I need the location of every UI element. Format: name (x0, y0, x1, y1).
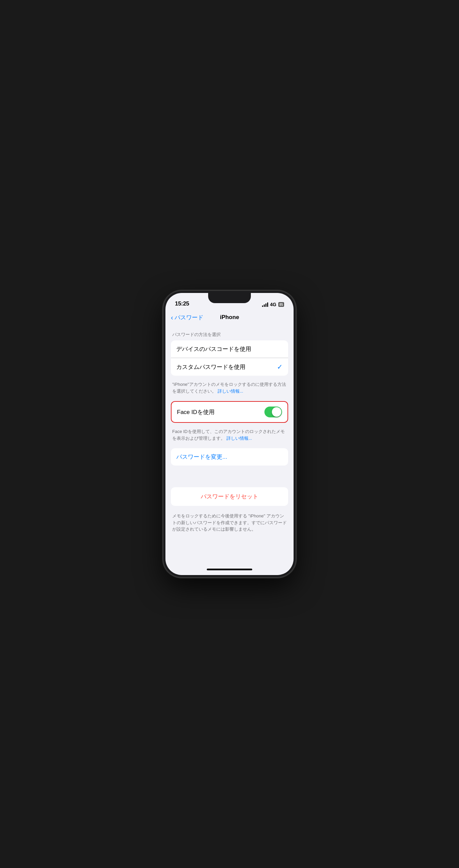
reset-password-section: パスワードをリセット (171, 487, 288, 506)
face-id-section: Face IDを使用 (171, 401, 288, 423)
page-title: iPhone (220, 314, 239, 321)
section1-label: パスワードの方法を選択 (165, 332, 294, 340)
spacer (165, 476, 294, 487)
notch (208, 293, 251, 303)
status-icons: 4G 85 (262, 302, 284, 307)
face-id-description: Face IDを使用して、このアカウントのロックされたメモを表示および管理します… (165, 426, 294, 448)
face-id-label: Face IDを使用 (177, 408, 215, 416)
checkmark-icon: ✓ (277, 363, 283, 371)
reset-password-label: パスワードをリセット (201, 493, 258, 500)
face-id-learn-more-link[interactable]: 詳しい情報... (226, 436, 252, 441)
back-chevron-icon: ‹ (171, 314, 173, 321)
back-label: パスワード (175, 314, 203, 321)
change-password-row[interactable]: パスワードを変更... (171, 448, 288, 466)
nav-bar: ‹ パスワード iPhone (165, 310, 294, 325)
change-password-label: パスワードを変更... (176, 454, 227, 460)
toggle-knob (272, 407, 281, 417)
content-area: パスワードの方法を選択 デバイスのパスコードを使用 カスタムパスワードを使用 ✓… (165, 325, 294, 564)
phone-device: 15:25 4G 85 ‹ パスワード iPhone (163, 291, 296, 577)
status-time: 15:25 (175, 300, 189, 307)
face-id-toggle[interactable] (264, 407, 282, 417)
home-indicator (165, 564, 294, 575)
reset-description: メモをロックするために今後使用する "iPhone" アカウントの新しいパスワー… (165, 510, 294, 539)
reset-password-row[interactable]: パスワードをリセット (171, 487, 288, 506)
custom-password-label: カスタムパスワードを使用 (176, 363, 245, 371)
password-method-group: デバイスのパスコードを使用 カスタムパスワードを使用 ✓ (171, 340, 288, 376)
back-button[interactable]: ‹ パスワード (171, 314, 203, 321)
phone-screen: 15:25 4G 85 ‹ パスワード iPhone (165, 293, 294, 575)
custom-password-option[interactable]: カスタムパスワードを使用 ✓ (171, 358, 288, 376)
face-id-row[interactable]: Face IDを使用 (171, 401, 288, 423)
battery-badge: 85 (278, 302, 284, 307)
section1-description: "iPhone"アカウントのメモをロックするのに使用する方法を選択してください。… (165, 378, 294, 401)
network-label: 4G (270, 302, 276, 307)
section1-learn-more-link[interactable]: 詳しい情報... (218, 389, 243, 394)
device-passcode-label: デバイスのパスコードを使用 (176, 345, 251, 353)
home-bar (207, 569, 252, 570)
signal-icon (262, 302, 268, 307)
device-passcode-option[interactable]: デバイスのパスコードを使用 (171, 340, 288, 358)
